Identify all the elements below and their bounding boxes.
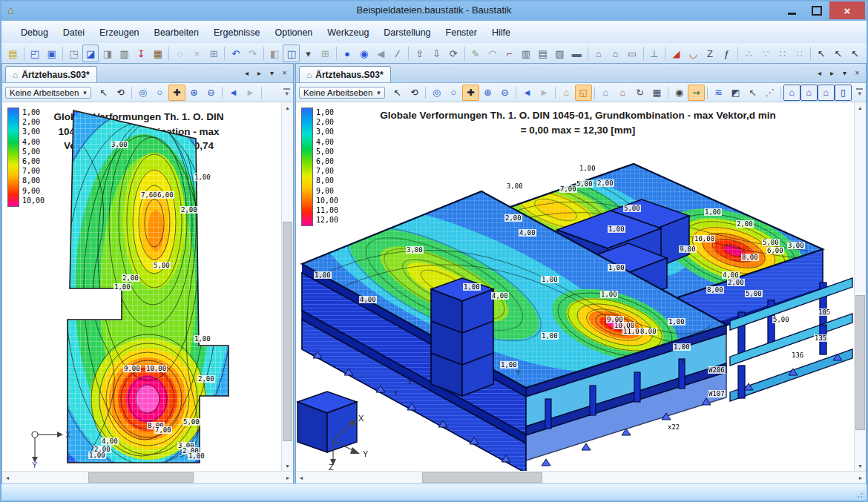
nodes-group-icon[interactable]: ∷: [774, 44, 791, 62]
menu-item[interactable]: Werkzeug: [320, 24, 376, 41]
hatch-view-icon[interactable]: ▨: [551, 44, 568, 62]
horizontal-scrollbar-right[interactable]: ◄ ►: [296, 471, 866, 483]
resize-grip[interactable]: [857, 491, 864, 498]
image-export-icon[interactable]: ▦: [150, 44, 167, 62]
wall-view-icon[interactable]: ▥: [518, 44, 535, 62]
maximize-button[interactable]: [804, 1, 829, 19]
pane-tool-icon[interactable]: [131, 87, 132, 99]
sphere-icon[interactable]: ●: [339, 44, 356, 62]
properties-icon[interactable]: ◧: [266, 44, 283, 62]
shade-view-icon[interactable]: ⌂: [558, 85, 575, 101]
scroll-down-icon[interactable]: ▼: [855, 460, 866, 471]
vertical-scrollbar-left[interactable]: ▲ ▼: [281, 102, 293, 471]
slab-view-icon[interactable]: ▤: [534, 44, 551, 62]
pdf-export-icon[interactable]: ↧: [133, 44, 150, 62]
home-view-icon[interactable]: ⌂: [597, 85, 614, 101]
support-icon[interactable]: ⊥: [646, 44, 663, 62]
vscroll-thumb[interactable]: [283, 222, 292, 441]
undo-icon[interactable]: ↶: [227, 44, 244, 62]
menu-item[interactable]: Optionen: [268, 24, 320, 41]
beam-icon[interactable]: ▬: [568, 44, 585, 62]
prev-tab-icon[interactable]: ◂: [814, 67, 825, 79]
toolbar-icon[interactable]: [24, 47, 24, 60]
sphere-select-icon[interactable]: ◉: [355, 44, 372, 62]
toolbar-icon[interactable]: [336, 47, 337, 60]
load-triangle-icon[interactable]: ◢: [668, 44, 685, 62]
stairs-icon[interactable]: ⌐: [501, 44, 518, 62]
toolbar-overflow-icon[interactable]: ▾: [856, 88, 863, 97]
minimize-button[interactable]: [779, 1, 804, 19]
prev-tab-icon[interactable]: ◂: [241, 67, 252, 79]
toolbar-icon[interactable]: [810, 47, 811, 60]
toolbar-icon[interactable]: [408, 47, 409, 60]
zoom-in-icon[interactable]: ⊕: [479, 85, 496, 101]
pointer-tool-icon[interactable]: ↖: [95, 85, 112, 101]
title-bar[interactable]: ⌂ Beispieldateien.baustatik - Baustatik …: [1, 1, 867, 21]
select-diamond-icon[interactable]: ↖: [846, 44, 864, 62]
scroll-left-icon[interactable]: ◄: [296, 472, 306, 483]
zoom-in-icon[interactable]: ⊕: [185, 85, 203, 101]
menu-item[interactable]: Hilfe: [484, 24, 518, 41]
pane-tool-icon[interactable]: [425, 87, 426, 99]
pan-tool-icon[interactable]: ✚: [462, 85, 479, 101]
nodes-pair-icon[interactable]: ∵: [757, 44, 775, 62]
workplane-dropdown[interactable]: Keine Arbeitseben ▾: [5, 87, 91, 99]
viewport-right[interactable]: Globale Verformungen Th. 1. O. DIN 1045-…: [296, 102, 866, 471]
zoom-all-icon[interactable]: ◎: [134, 85, 151, 101]
fx-icon[interactable]: ƒ: [718, 44, 735, 62]
menu-item[interactable]: Ergebnisse: [206, 24, 268, 41]
nodes-single-icon[interactable]: ∴: [740, 44, 757, 62]
scroll-down-icon[interactable]: ▼: [282, 460, 293, 471]
close-tab-icon[interactable]: ×: [279, 67, 290, 79]
copy-icon[interactable]: ⊞: [206, 44, 223, 62]
extrude-icon[interactable]: ◠: [484, 44, 501, 62]
view-iso-icon[interactable]: ⌂: [783, 85, 800, 101]
rotate-tool-icon[interactable]: ⟲: [406, 85, 423, 101]
close-tab-icon[interactable]: ×: [852, 67, 863, 79]
print-preview-icon[interactable]: ◪: [82, 44, 99, 62]
workplane-dropdown[interactable]: Keine Arbeitseben ▾: [299, 87, 385, 99]
pane-tool-icon[interactable]: [707, 87, 708, 99]
pane-tool-icon[interactable]: [261, 87, 262, 99]
load-curve-icon[interactable]: ◡: [685, 44, 702, 62]
pane-tool-icon[interactable]: [555, 87, 556, 99]
pan-tool-icon[interactable]: ✚: [168, 85, 185, 101]
open-file-icon[interactable]: ◰: [27, 44, 44, 62]
scroll-up-icon[interactable]: ▲: [282, 102, 293, 113]
document-tab[interactable]: ⌂ Ärtztehaus.S03*: [299, 66, 391, 82]
zoom-out-icon[interactable]: ⊖: [203, 85, 220, 101]
document-tab[interactable]: ⌂ Ärtztehaus.S03*: [5, 66, 97, 82]
view-side-icon[interactable]: ⌂: [818, 85, 835, 101]
cube-dropdown-icon[interactable]: ▾: [300, 44, 317, 62]
pointer-tool-icon[interactable]: ↖: [389, 85, 406, 101]
delete-icon[interactable]: ×: [188, 44, 206, 62]
menu-item[interactable]: Fenster: [438, 24, 484, 41]
rotate-tool-icon[interactable]: ⟲: [112, 85, 129, 101]
pane-tool-icon[interactable]: [594, 87, 595, 99]
zoom-window-icon[interactable]: ○: [151, 85, 168, 101]
view-back-icon[interactable]: ◄: [519, 85, 536, 101]
pane-tool-icon[interactable]: [516, 87, 516, 99]
vscroll-thumb[interactable]: [855, 295, 865, 430]
pane-tool-icon[interactable]: [222, 87, 223, 99]
toolbar-icon[interactable]: [737, 47, 738, 60]
waves-icon[interactable]: ≋: [710, 85, 727, 101]
slab-copy-icon[interactable]: ▭: [624, 44, 641, 62]
redo-icon[interactable]: ↷: [244, 44, 261, 62]
scroll-left-icon[interactable]: ◄: [2, 472, 13, 483]
horizontal-scrollbar-left[interactable]: ◄ ►: [2, 471, 293, 483]
camera-icon[interactable]: ◉: [671, 85, 688, 101]
roof-copy-icon[interactable]: ⌂: [607, 44, 624, 62]
toolbar-icon[interactable]: [464, 47, 465, 60]
view-back-icon[interactable]: ◄: [225, 85, 242, 101]
next-tab-icon[interactable]: ▸: [826, 67, 838, 79]
print-icon[interactable]: ▥: [116, 44, 133, 62]
view-front-icon[interactable]: ⌂: [800, 85, 818, 101]
view-cube-icon[interactable]: ◫: [283, 44, 300, 62]
select-bracket-icon[interactable]: ↖: [830, 44, 847, 62]
tab-menu-icon[interactable]: ▾: [266, 67, 277, 79]
toolbar-icon[interactable]: [168, 47, 169, 60]
tab-menu-icon[interactable]: ▾: [839, 67, 850, 79]
load-z-icon[interactable]: Z: [702, 44, 719, 62]
toolbar-icon[interactable]: [643, 47, 644, 60]
